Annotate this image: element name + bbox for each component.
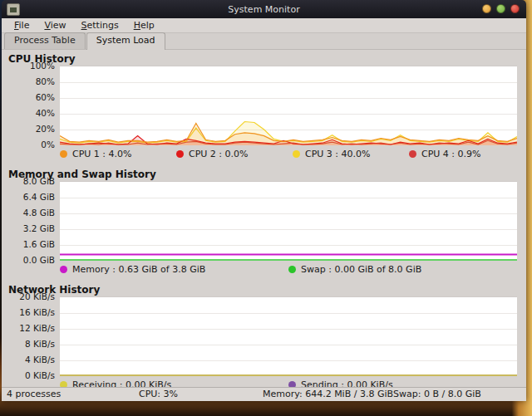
y-tick-label: 16 KiB/s [19,307,55,317]
y-tick-label: 80% [36,76,55,86]
window-controls [482,4,520,13]
cpu-chart: 100%80%60%40%20%0% [5,66,526,145]
system-monitor-window: System Monitor File View Settings Help P… [2,0,526,399]
menu-settings[interactable]: Settings [74,19,126,32]
legend-item: Swap : 0.00 GiB of 8.0 GiB [288,264,517,275]
chart-canvas [60,182,517,261]
cpu2-legend-label: CPU 2 : 0.0% [189,149,249,159]
maximize-button[interactable] [496,4,505,13]
chart-canvas [60,66,517,145]
app-icon[interactable] [7,3,20,16]
y-tick-label: 20 KiB/s [19,291,55,301]
cpu4-legend-label: CPU 4 : 0.9% [421,149,481,159]
network-chart: 20 KiB/s16 KiB/s12 KiB/s8 KiB/s4 KiB/s0 … [5,296,526,376]
status-processes: 4 processes [7,389,61,399]
y-tick-label: 0 KiB/s [25,370,55,380]
y-tick-label: 40% [36,108,55,118]
swap-legend-dot [288,266,296,273]
memory-legend-dot [60,266,67,273]
network-y-axis: 20 KiB/s16 KiB/s12 KiB/s8 KiB/s4 KiB/s0 … [5,296,60,375]
chart-canvas [60,297,517,376]
y-tick-label: 60% [36,92,55,102]
cpu4-legend-dot [409,150,416,158]
y-tick-label: 8.0 GiB [23,176,55,186]
cpu-history-title: CPU History [8,53,526,65]
network-history-title: Network History [8,284,526,296]
memory-chart: 8.0 GiB6.4 GiB4.8 GiB3.2 GiB1.6 GiB0.0 G… [5,181,526,261]
y-tick-label: 100% [30,61,55,71]
y-tick-label: 12 KiB/s [19,323,55,333]
y-tick-label: 4.8 GiB [23,208,55,218]
tab-process-table[interactable]: Process Table [4,32,86,49]
cpu-legend: CPU 1 : 4.0% CPU 2 : 0.0% CPU 3 : 40.0% … [60,145,526,162]
legend-item: CPU 1 : 4.0% [60,149,176,159]
cpu1-legend-dot [60,150,67,158]
memory-y-axis: 8.0 GiB6.4 GiB4.8 GiB3.2 GiB1.6 GiB0.0 G… [5,181,60,260]
desktop: { "window": { "title": "System Monitor",… [0,0,532,416]
y-tick-label: 8 KiB/s [25,339,55,349]
system-load-panel: CPU History 100%80%60%40%20%0% CPU 1 : 4… [2,49,526,387]
y-tick-label: 3.2 GiB [23,223,55,233]
y-tick-label: 6.4 GiB [23,192,55,202]
legend-item: CPU 4 : 0.9% [409,149,525,159]
memory-legend-label: Memory : 0.63 GiB of 3.8 GiB [72,264,205,275]
y-tick-label: 20% [36,124,55,134]
cpu-y-axis: 100%80%60%40%20%0% [5,66,60,144]
minimize-button[interactable] [482,4,491,13]
menu-view[interactable]: View [37,19,73,32]
y-tick-label: 0.0 GiB [23,255,55,265]
memory-history-title: Memory and Swap History [8,169,526,180]
swap-legend-label: Swap : 0.00 GiB of 8.0 GiB [301,264,421,275]
cpu2-legend-dot [176,150,184,158]
y-tick-label: 4 KiB/s [25,355,55,365]
network-plot-area [60,296,517,376]
tab-bar: Process Table System Load [2,33,526,49]
memory-legend: Memory : 0.63 GiB of 3.8 GiB Swap : 0.00… [60,261,526,277]
memory-plot-area [60,181,517,261]
close-button[interactable] [510,4,520,13]
menu-help[interactable]: Help [126,19,162,32]
cpu1-legend-label: CPU 1 : 4.0% [72,149,132,159]
tab-system-load[interactable]: System Load [86,32,165,50]
status-bar: 4 processes CPU: 3% Memory: 644.2 MiB / … [2,387,526,401]
status-swap: Swap: 0 B / 8.0 GiB [393,389,481,399]
menu-file[interactable]: File [7,19,37,32]
legend-item: Memory : 0.63 GiB of 3.8 GiB [60,264,288,275]
cpu-plot-area [60,66,517,145]
window-title: System Monitor [228,4,299,15]
legend-item: CPU 3 : 40.0% [293,149,409,159]
status-memory: Memory: 644.2 MiB / 3.8 GiB [263,389,393,399]
menu-bar: File View Settings Help [2,18,526,33]
cpu3-legend-label: CPU 3 : 40.0% [305,149,371,159]
status-cpu: CPU: 3% [139,389,178,399]
cpu3-legend-dot [293,150,300,158]
legend-item: CPU 2 : 0.0% [176,149,293,159]
title-bar[interactable]: System Monitor [2,0,526,18]
y-tick-label: 1.6 GiB [23,239,55,249]
y-tick-label: 0% [41,139,55,149]
